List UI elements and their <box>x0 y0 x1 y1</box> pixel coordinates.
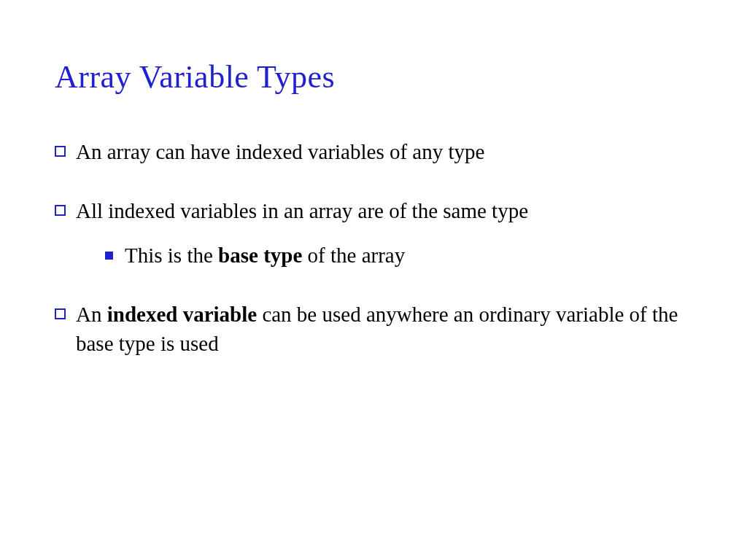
bold-text: base type <box>218 244 302 267</box>
slide-title: Array Variable Types <box>55 58 692 96</box>
bullet-list: An array can have indexed variables of a… <box>55 138 692 358</box>
filled-square-bullet-icon <box>105 252 113 260</box>
text-prefix: An <box>76 303 107 326</box>
text-suffix: of the array <box>302 244 405 267</box>
square-bullet-icon <box>55 146 66 157</box>
sub-item: This is the base type of the array <box>105 241 692 270</box>
bullet-item: An array can have indexed variables of a… <box>55 138 692 166</box>
sub-list: This is the base type of the array <box>105 241 692 270</box>
text-prefix: This is the <box>125 244 218 267</box>
bullet-text: An indexed variable can be used anywhere… <box>76 300 692 357</box>
sub-text: This is the base type of the array <box>125 241 405 270</box>
square-bullet-icon <box>55 205 66 216</box>
bullet-text: All indexed variables in an array are of… <box>76 199 528 222</box>
bold-text: indexed variable <box>107 303 257 326</box>
bullet-text-container: All indexed variables in an array are of… <box>76 197 692 270</box>
square-bullet-icon <box>55 308 66 319</box>
bullet-text: An array can have indexed variables of a… <box>76 138 692 166</box>
bullet-item: All indexed variables in an array are of… <box>55 197 692 270</box>
bullet-item: An indexed variable can be used anywhere… <box>55 300 692 357</box>
